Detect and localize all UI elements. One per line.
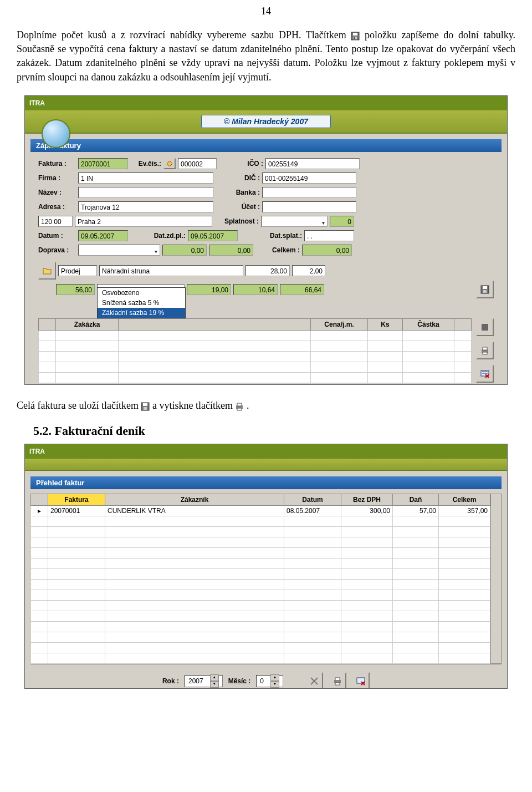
field-banka[interactable] [262, 187, 356, 198]
grid-cell[interactable] [341, 632, 393, 642]
stop-button[interactable] [476, 318, 494, 336]
grid-cell[interactable] [31, 526, 48, 537]
grid-cell[interactable] [48, 611, 105, 621]
field-item-qty[interactable]: 28,00 [245, 265, 290, 276]
grid-cell[interactable] [284, 590, 341, 600]
grid-cell[interactable] [56, 351, 119, 362]
grid-cell[interactable] [341, 526, 393, 537]
grid-cell[interactable] [48, 632, 105, 642]
field-adresa1[interactable]: Trojanova 12 [78, 201, 213, 212]
delete-button[interactable] [305, 672, 323, 689]
grid-cell[interactable] [48, 653, 105, 663]
open-folder-button[interactable] [38, 262, 56, 280]
grid-header[interactable]: Ks [368, 318, 403, 330]
grid-cell[interactable] [39, 362, 56, 372]
grid-cell[interactable] [48, 621, 105, 632]
field-datzdpl[interactable]: 09.05.2007 [188, 230, 238, 241]
grid-cell[interactable] [56, 362, 119, 372]
grid-cell[interactable] [311, 362, 368, 372]
grid-cell[interactable] [105, 611, 284, 621]
grid-cell[interactable] [454, 372, 472, 383]
grid-cell[interactable] [48, 516, 105, 526]
grid-cell[interactable] [105, 579, 284, 590]
grid-cell[interactable] [341, 547, 393, 558]
grid-cell[interactable] [393, 632, 439, 642]
grid-cell[interactable] [105, 537, 284, 547]
grid-cell[interactable] [368, 351, 403, 362]
spin-mesic[interactable]: 0 ▲▼ [256, 675, 283, 687]
vat-option[interactable]: Osvobozeno [98, 288, 185, 298]
grid-cell[interactable] [48, 600, 105, 611]
grid-cell[interactable] [284, 642, 341, 653]
grid-cell[interactable] [284, 621, 341, 632]
grid-cell[interactable] [39, 372, 56, 383]
grid-cell[interactable] [105, 653, 284, 663]
vat-dropdown-list[interactable]: OsvobozenoSnížená sazba 5 %Základní sazb… [97, 287, 186, 318]
field-faktura[interactable]: 20070001 [78, 158, 128, 169]
grid-cell[interactable] [48, 547, 105, 558]
grid-cell[interactable] [393, 568, 439, 579]
field-celkem[interactable]: 0,00 [302, 245, 352, 256]
grid-cell[interactable] [31, 516, 48, 526]
grid-cell[interactable] [119, 362, 311, 372]
grid-cell[interactable] [439, 526, 490, 537]
invoice-lines-grid[interactable]: ZakázkaCena/j.m.KsČástka [38, 318, 472, 383]
grid-cell[interactable] [439, 632, 490, 642]
field-psc[interactable]: 120 00 [38, 216, 73, 227]
grid-cell[interactable] [403, 330, 454, 341]
field-doprava-a[interactable]: 0,00 [162, 245, 207, 256]
field-splatnost-num[interactable]: 0 [330, 216, 354, 227]
grid-cell[interactable] [311, 330, 368, 341]
field-item-sum[interactable]: 56,00 [56, 284, 95, 295]
grid-header[interactable]: Celkem [439, 494, 490, 505]
field-doprava[interactable] [78, 245, 160, 256]
field-datum[interactable]: 09.05.2007 [78, 230, 128, 241]
grid-cell[interactable] [105, 526, 284, 537]
grid-cell[interactable] [439, 537, 490, 547]
grid-cell[interactable] [31, 621, 48, 632]
grid-cell[interactable] [48, 526, 105, 537]
evcis-lookup-button[interactable] [163, 158, 176, 169]
grid-cell[interactable] [105, 621, 284, 632]
grid-cell[interactable] [284, 526, 341, 537]
grid-cell[interactable] [368, 362, 403, 372]
grid-cell[interactable] [439, 600, 490, 611]
grid-cell[interactable] [31, 632, 48, 642]
grid-cell[interactable] [284, 568, 341, 579]
grid-cell[interactable]: 57,00 [393, 505, 439, 516]
grid-cell[interactable] [311, 341, 368, 351]
grid-cell[interactable] [341, 568, 393, 579]
field-item-cnt[interactable]: 2,00 [292, 265, 325, 276]
grid-cell[interactable] [119, 341, 311, 351]
grid-cell[interactable] [105, 516, 284, 526]
grid-cell[interactable] [31, 568, 48, 579]
grid-header[interactable]: Daň [393, 494, 439, 505]
grid-cell[interactable] [393, 642, 439, 653]
field-dic[interactable]: 001-00255149 [262, 172, 356, 184]
grid-cell[interactable] [439, 516, 490, 526]
grid-cell[interactable] [39, 330, 56, 341]
grid-cell[interactable] [403, 351, 454, 362]
field-ucet[interactable] [262, 201, 356, 212]
grid-cell[interactable] [341, 621, 393, 632]
grid-cell[interactable] [393, 558, 439, 568]
grid-cell[interactable] [284, 516, 341, 526]
spin-rok[interactable]: 2007 ▲▼ [185, 675, 223, 687]
grid-cell[interactable] [105, 590, 284, 600]
grid-cell[interactable] [31, 600, 48, 611]
grid-cell[interactable] [403, 341, 454, 351]
grid-header[interactable]: Částka [403, 318, 454, 330]
grid-cell[interactable] [284, 632, 341, 642]
grid-cell[interactable] [341, 516, 393, 526]
grid-cell[interactable] [311, 372, 368, 383]
grid-header[interactable]: Cena/j.m. [311, 318, 368, 330]
grid-cell[interactable] [31, 579, 48, 590]
grid-cell[interactable] [105, 568, 284, 579]
grid-cell[interactable] [393, 526, 439, 537]
grid-header[interactable]: Zakázka [56, 318, 119, 330]
print-button[interactable] [476, 342, 494, 359]
field-prodej[interactable]: Prodej [58, 265, 97, 276]
grid-cell[interactable]: 08.05.2007 [284, 505, 341, 516]
grid-cell[interactable] [341, 642, 393, 653]
scroll-column[interactable] [490, 494, 502, 664]
